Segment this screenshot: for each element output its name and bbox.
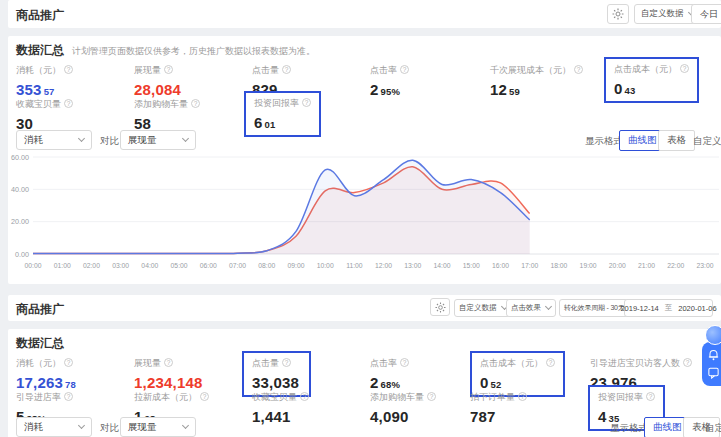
svg-text:10:00: 10:00 <box>317 262 334 269</box>
svg-text:11:00: 11:00 <box>346 262 363 269</box>
date-range-picker[interactable]: 2019-12-14 至 2020-01-06 <box>624 299 713 317</box>
svg-text:17:00: 17:00 <box>521 262 538 269</box>
custom-metric-button[interactable]: 自定义指标 <box>693 135 721 148</box>
info-icon[interactable] <box>680 64 689 73</box>
metric-add-to-cart: 添加购物车量 4,090 <box>370 391 436 425</box>
svg-text:06:00: 06:00 <box>200 262 217 269</box>
custom-metric-button-2[interactable]: 自定义指标 <box>705 422 721 435</box>
info-icon[interactable] <box>400 358 409 367</box>
metric-impressions: 展现量 1,234,148 <box>134 357 205 391</box>
metric-ctr: 点击率 268% <box>370 357 409 391</box>
chevron-down-icon <box>182 422 189 429</box>
svg-text:00:00: 00:00 <box>24 262 41 269</box>
info-icon[interactable] <box>164 358 173 367</box>
info-icon[interactable] <box>302 98 311 107</box>
notification-bell-icon[interactable] <box>707 349 720 362</box>
info-icon[interactable] <box>282 65 291 74</box>
svg-text:01:00: 01:00 <box>54 262 71 269</box>
svg-text:23:00: 23:00 <box>696 262 713 269</box>
svg-text:02:00: 02:00 <box>83 262 100 269</box>
svg-text:12:00: 12:00 <box>375 262 392 269</box>
chevron-down-icon <box>78 422 85 429</box>
svg-text:14:00: 14:00 <box>434 262 451 269</box>
compare-label-2: 对比 <box>100 422 119 435</box>
section-description: 计划管理页面数据仅供参考，历史推广数据以报表数据为准。 <box>72 45 315 58</box>
page-title: 商品推广 <box>16 7 64 24</box>
info-icon[interactable] <box>64 358 73 367</box>
metric-cost: 消耗（元） 35357 <box>16 64 73 98</box>
svg-text:16:00: 16:00 <box>492 262 509 269</box>
metric-favorites: 收藏宝贝量 30 <box>16 98 73 132</box>
chat-icon[interactable] <box>707 366 720 379</box>
metric-select-2[interactable]: 消耗 <box>16 417 92 437</box>
svg-text:18:00: 18:00 <box>550 262 567 269</box>
info-icon[interactable] <box>64 65 73 74</box>
metric-select[interactable]: 消耗 <box>16 130 92 150</box>
info-icon[interactable] <box>164 65 173 74</box>
date-picker-today[interactable]: 今日 <box>691 4 721 24</box>
info-icon[interactable] <box>683 358 692 367</box>
metric-cost: 消耗（元） 17,26378 <box>16 357 76 391</box>
svg-text:22:00: 22:00 <box>667 262 684 269</box>
svg-text:40.00: 40.00 <box>11 185 29 194</box>
svg-text:20:00: 20:00 <box>609 262 626 269</box>
panel1-summary-card: 数据汇总 计划管理页面数据仅供参考，历史推广数据以报表数据为准。 消耗（元） 3… <box>8 36 721 284</box>
info-icon[interactable] <box>200 392 209 401</box>
view-table-button[interactable]: 表格 <box>658 130 695 151</box>
panel2-summary-card: 数据汇总 消耗（元） 17,26378 展现量 1,234,148 点击量 33… <box>8 329 721 437</box>
metric-add-to-cart: 添加购物车量 58 <box>134 98 200 132</box>
metric-impressions: 展现量 28,084 <box>134 64 183 98</box>
svg-text:03:00: 03:00 <box>112 262 129 269</box>
svg-text:21:00: 21:00 <box>638 262 655 269</box>
assistant-avatar[interactable] <box>705 325 721 345</box>
chevron-down-icon <box>545 303 552 310</box>
metric-favorites: 收藏宝贝量 1,441 <box>252 391 309 425</box>
metric-ctr: 点击率 295% <box>370 64 409 98</box>
panel1-header: 商品推广 自定义数据 今日 <box>8 0 721 28</box>
ad-dashboard: { "colors": { "accent_blue": "#2e4fd8", … <box>0 0 721 437</box>
svg-text:20.00: 20.00 <box>11 217 29 226</box>
svg-text:15:00: 15:00 <box>463 262 480 269</box>
info-icon[interactable] <box>427 392 436 401</box>
metric-roi-highlighted: 投资回报率 601 <box>244 91 321 137</box>
compare-label: 对比 <box>100 135 119 148</box>
info-icon[interactable] <box>282 358 291 367</box>
page-title-2: 商品推广 <box>16 301 64 318</box>
svg-text:19:00: 19:00 <box>580 262 597 269</box>
metric-cpc-highlighted: 点击成本（元） 043 <box>604 57 699 103</box>
chevron-down-icon <box>78 135 85 142</box>
svg-text:60.00: 60.00 <box>11 153 29 162</box>
panel2-header: 商品推广 自定义数据 点击效果 转化效果周期 - 30天 2019-12-14 … <box>8 295 721 321</box>
svg-text:09:00: 09:00 <box>287 262 304 269</box>
svg-text:0.00: 0.00 <box>15 250 29 259</box>
info-icon[interactable] <box>300 392 309 401</box>
svg-text:07:00: 07:00 <box>229 262 246 269</box>
settings-button-2[interactable] <box>430 298 450 316</box>
custom-data-dropdown-2[interactable]: 自定义数据 <box>454 299 512 317</box>
compare-select[interactable]: 展现量 <box>120 130 196 150</box>
info-icon[interactable] <box>574 65 583 74</box>
info-icon[interactable] <box>546 358 555 367</box>
chevron-down-icon <box>182 135 189 142</box>
svg-text:05:00: 05:00 <box>171 262 188 269</box>
info-icon[interactable] <box>191 99 200 108</box>
metric-cpm: 千次展现成本（元） 1259 <box>490 64 583 98</box>
click-effect-dropdown[interactable]: 点击效果 <box>506 299 556 317</box>
section-title: 数据汇总 <box>16 42 64 59</box>
info-icon[interactable] <box>518 392 527 401</box>
metric-orders: 拍下订单量 787 <box>470 391 527 425</box>
gear-icon <box>612 8 624 20</box>
summary-chart: 0.0020.0040.0060.0000:0001:0002:0003:000… <box>8 150 721 280</box>
info-icon[interactable] <box>400 65 409 74</box>
info-icon[interactable] <box>646 392 655 401</box>
settings-button[interactable] <box>607 4 629 24</box>
info-icon[interactable] <box>64 392 73 401</box>
section-title-2: 数据汇总 <box>16 335 64 352</box>
svg-text:04:00: 04:00 <box>141 262 158 269</box>
gear-icon <box>435 302 446 313</box>
svg-text:13:00: 13:00 <box>404 262 421 269</box>
svg-text:08:00: 08:00 <box>258 262 275 269</box>
floating-toolbar <box>702 342 721 386</box>
info-icon[interactable] <box>64 99 73 108</box>
compare-select-2[interactable]: 展现量 <box>120 417 196 437</box>
